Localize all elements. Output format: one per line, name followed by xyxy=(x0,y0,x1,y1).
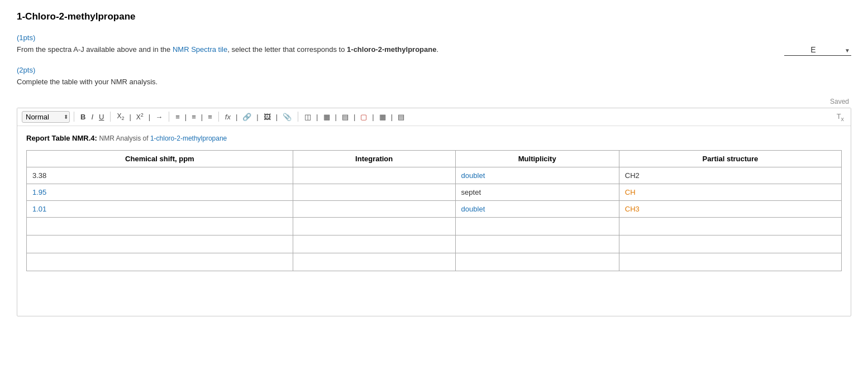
row-button[interactable]: ▦ xyxy=(321,112,332,122)
cell-partial-1[interactable]: CH xyxy=(619,184,841,201)
underline-button[interactable]: U xyxy=(97,112,106,122)
sep-3 xyxy=(169,112,169,122)
nmr-table-body: 3.38doubletCH21.95septetCH1.01doubletCH3 xyxy=(27,167,842,271)
col-header-shift: Chemical shift, ppm xyxy=(27,151,293,167)
page-title: 1-Chloro-2-methylpropane xyxy=(17,11,851,22)
cell-integration-5[interactable] xyxy=(293,253,455,271)
sep-pipe-1: | xyxy=(127,112,132,122)
cell-shift-3[interactable] xyxy=(27,218,293,235)
sep-pipe-9: | xyxy=(333,112,338,122)
image-button[interactable]: 🖼 xyxy=(261,112,273,122)
sep-pipe-11: | xyxy=(370,112,375,122)
saved-status: Saved xyxy=(17,98,851,105)
cell-integration-0[interactable] xyxy=(293,167,455,184)
sep-1 xyxy=(74,112,74,122)
table-button[interactable]: ◫ xyxy=(302,112,313,122)
cell-integration-2[interactable] xyxy=(293,201,455,218)
sep-pipe-3: | xyxy=(183,112,188,122)
q2-text: Complete the table with your NMR analysi… xyxy=(17,76,851,88)
ordered-list-button[interactable]: ≡ xyxy=(173,112,182,122)
arrow-button[interactable]: → xyxy=(153,112,165,122)
col-header-partial: Partial structure xyxy=(619,151,841,167)
col2-button[interactable]: ▤ xyxy=(395,112,407,122)
q2-pts: (2pts) xyxy=(17,66,851,74)
table-row xyxy=(27,253,842,271)
superscript-button[interactable]: X2 xyxy=(134,112,146,122)
cell-partial-0[interactable]: CH2 xyxy=(619,167,841,184)
align-button[interactable]: ≡ xyxy=(206,112,214,122)
cell-multiplicity-2[interactable]: doublet xyxy=(455,201,619,218)
subscript-button[interactable]: X2 xyxy=(115,112,126,122)
cell-shift-0[interactable]: 3.38 xyxy=(27,167,293,184)
q1-nmr-highlight: NMR Spectra tile xyxy=(173,45,227,54)
cell-multiplicity-4[interactable] xyxy=(455,235,619,253)
q1-text: From the spectra A-J available above and… xyxy=(17,44,438,55)
clear-format-button[interactable]: Tx xyxy=(834,111,846,123)
table-group: ◫ | ▦ | ▤ | ▢ | ▦ | ▤ xyxy=(302,112,407,122)
link-button[interactable]: 🔗 xyxy=(240,112,254,122)
q1-text-middle: , select the letter that corresponds to xyxy=(227,45,347,54)
sep-2 xyxy=(110,112,111,122)
cell-multiplicity-3[interactable] xyxy=(455,218,619,235)
table-row xyxy=(27,218,842,235)
sep-pipe-4: | xyxy=(199,112,204,122)
q1-text-before: From the spectra A-J available above and… xyxy=(17,45,173,54)
attach-button[interactable]: 📎 xyxy=(280,112,294,122)
unordered-list-button[interactable]: ≡ xyxy=(189,112,198,122)
report-table-title: Report Table NMR.4: xyxy=(26,134,97,142)
sep-5 xyxy=(298,112,298,122)
editor-toolbar: Normal Heading 1 Heading 2 B I U X2 | X2… xyxy=(17,108,851,127)
nmr-table: Chemical shift, ppm Integration Multipli… xyxy=(26,150,842,271)
table-row xyxy=(27,235,842,253)
col-header-multiplicity: Multiplicity xyxy=(455,151,619,167)
spectra-dropdown[interactable]: A B C D E F G H I J xyxy=(784,44,851,56)
cell-shift-2[interactable]: 1.01 xyxy=(27,201,293,218)
merge-button[interactable]: ▢ xyxy=(358,112,369,122)
table-row: 3.38doubletCH2 xyxy=(27,167,842,184)
cell-multiplicity-1[interactable]: septet xyxy=(455,184,619,201)
report-label: Report Table NMR.4: NMR Analysis of 1-ch… xyxy=(26,134,842,142)
cell-partial-4[interactable] xyxy=(619,235,841,253)
cell-partial-5[interactable] xyxy=(619,253,841,271)
sep-pipe-2: | xyxy=(147,112,152,122)
italic-button[interactable]: I xyxy=(89,112,96,122)
q1-pts: (1pts) xyxy=(17,33,851,42)
split-button[interactable]: ▦ xyxy=(377,112,388,122)
sep-pipe-8: | xyxy=(314,112,319,122)
cell-integration-4[interactable] xyxy=(293,235,455,253)
cell-partial-3[interactable] xyxy=(619,218,841,235)
q1-text-after: . xyxy=(436,45,438,54)
table-header-row: Chemical shift, ppm Integration Multipli… xyxy=(27,151,842,167)
col-button[interactable]: ▤ xyxy=(340,112,351,122)
cell-integration-1[interactable] xyxy=(293,184,455,201)
insert-group: fx | 🔗 | 🖼 | 📎 xyxy=(223,112,294,122)
sep-pipe-10: | xyxy=(352,112,357,122)
table-row: 1.01doubletCH3 xyxy=(27,201,842,218)
page-container: 1-Chloro-2-methylpropane (1pts) From the… xyxy=(0,0,868,328)
sep-pipe-7: | xyxy=(274,112,279,122)
spectra-dropdown-wrapper: A B C D E F G H I J xyxy=(784,44,851,56)
script-group: X2 | X2 | → xyxy=(115,112,165,122)
style-select[interactable]: Normal Heading 1 Heading 2 xyxy=(22,111,70,123)
cell-multiplicity-0[interactable]: doublet xyxy=(455,167,619,184)
formula-button[interactable]: fx xyxy=(223,112,233,122)
question-2-block: (2pts) Complete the table with your NMR … xyxy=(17,66,851,88)
report-subtitle: NMR Analysis of 1-chloro-2-methylpropane xyxy=(99,134,227,142)
sep-4 xyxy=(218,112,219,122)
editor-container: Normal Heading 1 Heading 2 B I U X2 | X2… xyxy=(17,108,851,317)
cell-integration-3[interactable] xyxy=(293,218,455,235)
cell-multiplicity-5[interactable] xyxy=(455,253,619,271)
editor-body[interactable]: Report Table NMR.4: NMR Analysis of 1-ch… xyxy=(17,126,851,316)
sep-pipe-12: | xyxy=(389,112,394,122)
list-group: ≡ | ≡ | ≡ xyxy=(173,112,214,122)
cell-partial-2[interactable]: CH3 xyxy=(619,201,841,218)
col-header-integration: Integration xyxy=(293,151,455,167)
cell-shift-1[interactable]: 1.95 xyxy=(27,184,293,201)
question-1-block: (1pts) From the spectra A-J available ab… xyxy=(17,33,851,56)
cell-shift-5[interactable] xyxy=(27,253,293,271)
cell-shift-4[interactable] xyxy=(27,235,293,253)
text-format-group: B I U xyxy=(78,112,106,122)
table-row: 1.95septetCH xyxy=(27,184,842,201)
style-select-wrapper: Normal Heading 1 Heading 2 xyxy=(22,111,70,123)
bold-button[interactable]: B xyxy=(78,112,88,122)
